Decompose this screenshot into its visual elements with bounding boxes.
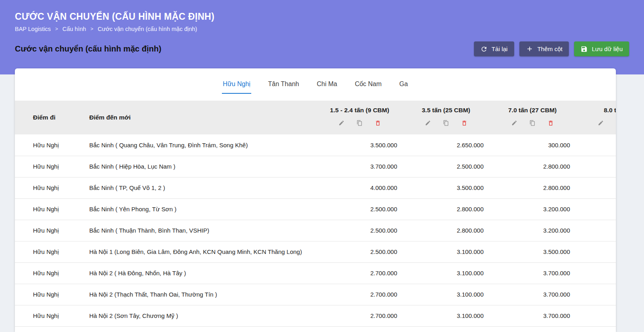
breadcrumb-separator: >	[90, 26, 93, 32]
origin-cell: Hữu Nghị	[15, 156, 89, 177]
price-cell[interactable]: 3.700.000	[316, 156, 403, 177]
price-cell[interactable]: 3.200.000	[489, 198, 576, 220]
pencil-icon	[511, 120, 517, 126]
price-cell[interactable]: 3.700.000	[489, 305, 576, 326]
price-cell[interactable]: 2.700.000	[316, 284, 403, 305]
table-row: Hữu NghịBắc Ninh ( TP, Quế Võ 1, 2 )4.00…	[15, 177, 616, 198]
delete-column-button[interactable]	[547, 119, 555, 127]
destination-cell: Hà Nội 2 (Thạch Thất, Thanh Oai, Thường …	[89, 284, 316, 305]
price-cell[interactable]: 3.500.000	[489, 241, 576, 262]
price-cell[interactable]	[576, 177, 616, 198]
table-scroll-area[interactable]: Điểm đi Điểm đến mới 1.5 - 2.4 tấn (9 CB…	[15, 101, 616, 327]
copy-column-button[interactable]	[442, 119, 450, 127]
breadcrumb: BAP Logistics>Cấu hình>Cước vận chuyển (…	[15, 26, 629, 32]
price-cell[interactable]: 3.100.000	[403, 241, 489, 262]
price-cell[interactable]: 2.800.000	[489, 177, 576, 198]
tab-chi-ma[interactable]: Chi Ma	[316, 75, 338, 94]
breadcrumb-item-cau-hinh[interactable]: Cấu hình	[62, 26, 86, 32]
copy-icon	[443, 120, 449, 126]
copy-column-button[interactable]	[356, 119, 363, 127]
price-cell[interactable]	[576, 134, 616, 156]
pencil-icon	[338, 120, 345, 126]
origin-cell: Hữu Nghị	[15, 262, 89, 284]
rates-table: Điểm đi Điểm đến mới 1.5 - 2.4 tấn (9 CB…	[15, 101, 616, 327]
price-cell[interactable]: 2.800.000	[403, 220, 489, 241]
plus-icon	[526, 45, 533, 53]
pencil-icon	[425, 120, 431, 126]
save-icon	[580, 45, 588, 53]
copy-column-button[interactable]	[529, 119, 536, 127]
table-row: Hữu NghịBắc Ninh ( Quang Châu, Vân Trung…	[15, 134, 616, 156]
header-actions: Tải lại Thêm cột Lưu dữ liệu	[474, 41, 629, 56]
price-cell[interactable]: 2.800.000	[403, 198, 489, 220]
price-cell[interactable]: 2.500.000	[316, 241, 403, 262]
price-cell[interactable]: 3.100.000	[403, 284, 489, 305]
price-cell[interactable]: 2.700.000	[316, 262, 403, 284]
trash-icon	[548, 120, 554, 126]
column-actions	[316, 119, 403, 127]
price-cell[interactable]: 3.100.000	[403, 305, 489, 326]
column-actions	[489, 119, 576, 127]
copy-icon	[357, 120, 363, 126]
price-cell[interactable]	[576, 284, 616, 305]
tab-tan-thanh[interactable]: Tân Thanh	[267, 75, 300, 94]
delete-column-button[interactable]	[460, 119, 468, 127]
trash-icon	[461, 120, 468, 126]
price-cell[interactable]: 2.700.000	[316, 305, 403, 326]
edit-column-button[interactable]	[338, 119, 345, 127]
tab-huu-nghi[interactable]: Hữu Nghị	[222, 75, 251, 94]
breadcrumb-item-cuoc-van-chuyen-cau-hinh-mac-dinh[interactable]: Cước vận chuyển (cấu hình mặc định)	[98, 26, 197, 32]
weight-column-header: 8.0 t	[576, 101, 616, 134]
price-cell[interactable]: 3.700.000	[489, 284, 576, 305]
reload-button-label: Tải lại	[492, 45, 508, 52]
price-cell[interactable]	[576, 262, 616, 284]
destination-cell: Bắc Ninh ( Thuận Thành, Bình Than, VSHIP…	[89, 220, 316, 241]
origin-cell: Hữu Nghị	[15, 198, 89, 220]
destination-cell: Hà Nội 2 ( Hà Đông, Nhổn, Hà Tây )	[89, 262, 316, 284]
edit-column-button[interactable]	[424, 119, 432, 127]
origin-column-header: Điểm đi	[15, 101, 89, 134]
delete-column-button[interactable]	[374, 119, 382, 127]
reload-button[interactable]: Tải lại	[474, 41, 514, 56]
breadcrumb-item-bap-logistics[interactable]: BAP Logistics	[15, 26, 51, 32]
section-title: Cước vận chuyển (cấu hình mặc định)	[15, 44, 161, 54]
table-card: Hữu NghịTân ThanhChi MaCốc NamGa Điểm đi…	[15, 68, 616, 332]
price-cell[interactable]	[576, 198, 616, 220]
price-cell[interactable]	[576, 305, 616, 326]
price-cell[interactable]: 2.500.000	[316, 220, 403, 241]
origin-cell: Hữu Nghị	[15, 305, 89, 326]
refresh-icon	[480, 45, 488, 53]
edit-column-button[interactable]	[511, 119, 518, 127]
origin-cell: Hữu Nghị	[15, 284, 89, 305]
destination-cell: Bắc Ninh ( TP, Quế Võ 1, 2 )	[89, 177, 316, 198]
copy-column-button[interactable]	[615, 119, 616, 127]
price-cell[interactable]: 3.200.000	[489, 220, 576, 241]
price-cell[interactable]: 3.500.000	[403, 177, 489, 198]
add-column-button[interactable]: Thêm cột	[519, 41, 569, 56]
weight-column-label: 1.5 - 2.4 tấn (9 CBM)	[316, 107, 403, 114]
price-cell[interactable]: 2.650.000	[403, 134, 489, 156]
price-cell[interactable]: 2.500.000	[316, 198, 403, 220]
destination-cell: Bắc Ninh ( Hiệp Hòa, Lục Nam )	[89, 156, 316, 177]
destination-cell: Bắc Ninh ( Yên Phong, Từ Sơn )	[89, 198, 316, 220]
price-cell[interactable]: 2.800.000	[489, 156, 576, 177]
price-cell[interactable]: 3.100.000	[403, 262, 489, 284]
save-button[interactable]: Lưu dữ liệu	[574, 41, 629, 56]
price-cell[interactable]	[576, 156, 616, 177]
table-row: Hữu NghịHà Nội 1 (Long Biên, Gia Lâm, Đô…	[15, 241, 616, 262]
tab-coc-nam[interactable]: Cốc Nam	[354, 75, 383, 94]
origin-cell: Hữu Nghị	[15, 241, 89, 262]
weight-column-header: 3.5 tấn (25 CBM)	[403, 101, 489, 134]
destination-cell: Hà Nội 1 (Long Biên, Gia Lâm, Đông Anh, …	[89, 241, 316, 262]
price-cell[interactable]	[576, 241, 616, 262]
tab-ga[interactable]: Ga	[398, 75, 408, 94]
destination-cell: Hà Nội 2 (Sơn Tây, Chương Mỹ )	[89, 305, 316, 326]
price-cell[interactable]: 3.500.000	[316, 134, 403, 156]
price-cell[interactable]: 3.700.000	[489, 262, 576, 284]
price-cell[interactable]	[576, 220, 616, 241]
price-cell[interactable]: 2.500.000	[403, 156, 489, 177]
table-row: Hữu NghịHà Nội 2 ( Hà Đông, Nhổn, Hà Tây…	[15, 262, 616, 284]
edit-column-button[interactable]	[597, 119, 605, 127]
price-cell[interactable]: 300.000	[489, 134, 576, 156]
price-cell[interactable]: 4.000.000	[316, 177, 403, 198]
